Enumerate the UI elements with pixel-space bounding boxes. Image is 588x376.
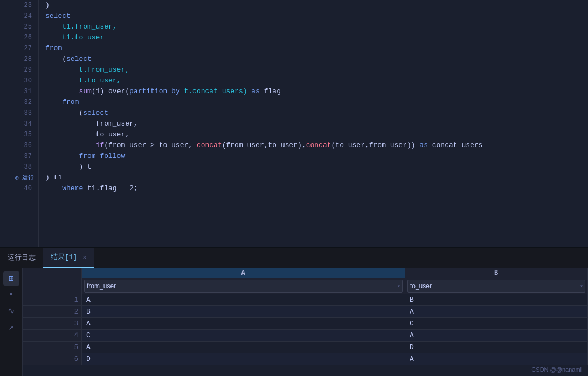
line-num-33: 33 — [0, 108, 38, 119]
col-a-header: A — [82, 268, 405, 278]
code-token: ( — [45, 55, 66, 63]
table-row: 1AB — [23, 294, 588, 306]
code-token: from — [45, 98, 79, 106]
code-token: as — [419, 141, 428, 149]
table-row: 6DA — [23, 353, 588, 365]
code-token: flag — [260, 87, 281, 95]
code-token: where — [62, 184, 83, 192]
col-a-filter-cell[interactable]: from_user ▾ — [82, 278, 405, 294]
code-line-24: select — [45, 11, 588, 22]
watermark: CSDN @@nanami — [531, 366, 582, 373]
code-token: select — [66, 55, 92, 63]
line-num-32: 32 — [0, 97, 38, 108]
code-line-31: sum(1) over(partition by t.concat_users)… — [45, 86, 588, 97]
code-token: to_user, — [45, 130, 129, 138]
table-row: 4CA — [23, 330, 588, 342]
code-token — [45, 184, 62, 192]
chart-area-icon[interactable]: ↗ — [3, 320, 19, 334]
table-row: 3AC — [23, 318, 588, 330]
cell-from-user: B — [82, 306, 405, 318]
code-line-30: t.to_user, — [45, 75, 588, 86]
code-line-23: ) — [45, 0, 588, 11]
code-token: select — [45, 12, 71, 20]
code-token: t.from_user, — [45, 66, 129, 74]
tab-close-button[interactable]: ✕ — [82, 247, 86, 268]
code-line-28: (select — [45, 54, 588, 65]
line-numbers: 23242526272829303132333435363738◎ 运行40 — [0, 0, 39, 247]
code-token: as — [251, 87, 260, 95]
code-token: partition by — [129, 87, 180, 95]
line-num-26: 26 — [0, 32, 38, 43]
row-number: 4 — [23, 330, 82, 342]
code-content: )select t1.from_user, t1.to_userfrom (se… — [39, 0, 588, 247]
code-token: from follow — [45, 152, 125, 160]
tab-结果[1][interactable]: 结果[1]✕ — [43, 248, 94, 268]
code-line-29: t.from_user, — [45, 65, 588, 75]
code-token: select — [83, 109, 108, 117]
code-line-35: to_user, — [45, 129, 588, 140]
code-line-37: from follow — [45, 151, 588, 162]
code-token: (from_user,to_user), — [222, 141, 306, 149]
line-num-30: 30 — [0, 75, 38, 86]
code-token: sum — [79, 87, 91, 95]
code-line-34: from_user, — [45, 119, 588, 129]
code-token: if — [96, 141, 105, 149]
code-token: ) t — [45, 163, 92, 171]
line-num-34: 34 — [0, 119, 38, 129]
tab-label: 结果[1] — [51, 247, 77, 268]
cell-from-user: C — [82, 330, 405, 342]
code-token: concat — [197, 141, 222, 149]
cell-from-user: D — [82, 353, 405, 365]
code-line-26: t1.to_user — [45, 32, 588, 43]
results-area: ⊞ ▪ ∿ ↗ A B — [0, 268, 588, 376]
cell-from-user: A — [82, 342, 405, 353]
tab-运行日志[interactable]: 运行日志 — [0, 248, 43, 268]
cell-to-user: B — [405, 294, 587, 306]
line-num-39: ◎ 运行 — [0, 172, 38, 183]
chart-line-icon[interactable]: ∿ — [3, 304, 19, 318]
line-num-25: 25 — [0, 22, 38, 32]
filter-row: from_user ▾ to_user ▾ — [23, 278, 588, 294]
code-line-27: from — [45, 43, 588, 54]
side-icons: ⊞ ▪ ∿ ↗ — [0, 268, 23, 376]
row-number: 3 — [23, 318, 82, 330]
run-button[interactable]: ◎ 运行 — [15, 172, 34, 183]
line-num-28: 28 — [0, 54, 38, 65]
line-num-35: 35 — [0, 129, 38, 140]
code-line-38: ) t — [45, 162, 588, 172]
col-a-label: A — [82, 268, 405, 278]
code-token: (to_user,from_user)) — [331, 141, 420, 149]
code-token: ( — [45, 109, 83, 117]
line-num-23: 23 — [0, 0, 38, 11]
code-token: concat_users — [428, 141, 482, 149]
col-b-header: B — [405, 268, 587, 278]
code-token: from_user, — [45, 120, 138, 128]
line-num-24: 24 — [0, 11, 38, 22]
code-token: concat — [306, 141, 331, 149]
code-token: t1.from_user, — [45, 23, 117, 31]
code-token: (from_user > to_user, — [104, 141, 197, 149]
code-token — [45, 87, 79, 95]
code-line-33: (select — [45, 108, 588, 119]
code-token: t1.flag = 2; — [83, 184, 137, 192]
table-view-icon[interactable]: ⊞ — [3, 271, 19, 286]
tab-bar: 运行日志结果[1]✕ — [0, 248, 588, 268]
col-b-filter-select[interactable]: to_user — [407, 280, 585, 293]
cell-from-user: A — [82, 318, 405, 330]
col-b-filter-cell[interactable]: to_user ▾ — [405, 278, 587, 294]
col-a-filter-select[interactable]: from_user — [84, 280, 403, 293]
line-num-29: 29 — [0, 65, 38, 75]
cell-to-user: A — [405, 330, 587, 342]
row-number: 6 — [23, 353, 82, 365]
chart-bar-icon[interactable]: ▪ — [3, 288, 19, 302]
code-line-40: where t1.flag = 2; — [45, 183, 588, 194]
row-number: 5 — [23, 342, 82, 353]
cell-to-user: A — [405, 306, 587, 318]
code-line-39: ) t1 — [45, 172, 588, 183]
line-num-38: 38 — [0, 162, 38, 172]
row-number: 2 — [23, 306, 82, 318]
bottom-panel: 运行日志结果[1]✕ ⊞ ▪ ∿ ↗ A B — [0, 248, 588, 376]
code-token: t1.to_user — [45, 33, 104, 41]
table-container[interactable]: A B from_user ▾ — [23, 268, 588, 376]
code-token: ) t1 — [45, 173, 62, 182]
